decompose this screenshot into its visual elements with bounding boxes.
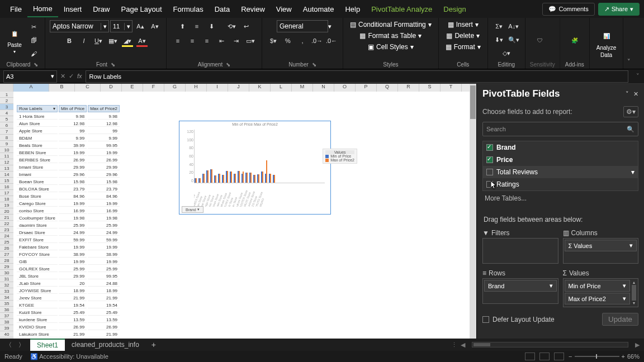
autosum-icon[interactable]: Σ▾ — [493, 20, 506, 32]
normal-view-icon[interactable] — [525, 353, 535, 360]
menu-help[interactable]: Help — [339, 2, 366, 17]
menu-view[interactable]: View — [271, 2, 297, 17]
rows-brand-pill[interactable]: Brand▾ — [484, 280, 557, 292]
underline-button[interactable]: U▾ — [92, 35, 105, 47]
next-sheet-icon[interactable]: 〉 — [18, 341, 25, 349]
insert-cells-button[interactable]: ▦Insert▾ — [446, 20, 481, 29]
filters-area[interactable]: ▼Filters — [482, 228, 558, 264]
chevron-down-icon[interactable]: ˅ — [626, 90, 629, 98]
border-button[interactable]: ▦▾ — [106, 35, 120, 47]
prev-sheet-icon[interactable]: 〈 — [6, 341, 12, 349]
columns-sigma-values-pill[interactable]: Σ Values▾ — [565, 240, 637, 251]
menu-draw[interactable]: Draw — [87, 2, 115, 17]
columns-area[interactable]: ▥Columns Σ Values▾ — [563, 228, 639, 264]
increase-decimal-icon[interactable]: .0→ — [310, 35, 324, 47]
sort-filter-icon[interactable]: A↓▾ — [507, 20, 520, 32]
align-right-icon[interactable]: ≡ — [200, 35, 214, 47]
gear-icon[interactable]: ⚙▾ — [623, 106, 638, 117]
font-name-select[interactable]: Aptos Narrow▾ — [50, 20, 109, 32]
values-min-price-pill[interactable]: Min of Price▾ — [565, 280, 631, 292]
menu-data[interactable]: Data — [209, 2, 235, 17]
font-dialog-icon[interactable]: ⬊ — [111, 61, 115, 68]
horizontal-scrollbar[interactable] — [472, 342, 628, 347]
rows-area[interactable]: ≡Rows Brand▾ — [482, 268, 558, 307]
currency-icon[interactable]: $▾ — [267, 35, 280, 47]
collapse-ribbon-icon[interactable]: ˅ — [623, 18, 634, 69]
expand-formula-icon[interactable]: ˅ — [632, 73, 644, 80]
field-checkbox[interactable] — [486, 156, 493, 163]
vertical-scrollbar[interactable] — [470, 84, 476, 339]
italic-button[interactable]: I — [77, 35, 91, 47]
sheet-tab-cleaned[interactable]: cleaned_products_info — [65, 339, 146, 350]
clipboard-dialog-icon[interactable]: ⬊ — [34, 61, 38, 68]
format-painter-icon[interactable]: 🖌 — [27, 47, 40, 60]
find-icon[interactable]: 🔍▾ — [507, 34, 520, 46]
delete-cells-button[interactable]: ▦Delete▾ — [444, 31, 482, 40]
close-icon[interactable]: ✕ — [633, 90, 638, 98]
orientation-icon[interactable]: ⟲▾ — [225, 20, 238, 32]
zoom-level[interactable]: 66% — [627, 353, 640, 360]
defer-checkbox[interactable] — [482, 316, 489, 323]
values-area[interactable]: ΣValues Min of Price▾ Max of Price2▾ ▴▾ — [563, 268, 639, 307]
format-as-table-button[interactable]: ▦Format as Table▾ — [357, 31, 424, 40]
menu-file[interactable]: File — [4, 2, 27, 17]
fx-icon[interactable]: fx — [77, 73, 82, 80]
values-max-price-pill[interactable]: Max of Price2▾ — [565, 293, 631, 304]
menu-review[interactable]: Review — [235, 2, 271, 17]
field-ratings[interactable]: Ratings — [483, 178, 638, 190]
cell-styles-button[interactable]: ▣Cell Styles▾ — [366, 42, 416, 51]
fill-icon[interactable]: ⬇▾ — [493, 34, 506, 46]
menu-automate[interactable]: Automate — [297, 2, 340, 17]
fill-color-button[interactable]: ◢▾ — [121, 35, 134, 47]
menu-formulas[interactable]: Formulas — [168, 2, 209, 17]
increase-indent-icon[interactable]: ⇥ — [229, 35, 243, 47]
more-tables-link[interactable]: More Tables... — [477, 191, 644, 206]
cancel-icon[interactable]: ✕ — [60, 73, 65, 80]
field-price[interactable]: Price — [483, 154, 638, 166]
tab-split-icon[interactable]: ⋮ — [451, 341, 457, 349]
chevron-down-icon[interactable]: ▾ — [631, 168, 634, 176]
field-total-reviews[interactable]: Total Reviews▾ — [483, 166, 638, 178]
paste-button[interactable]: 📋 Paste ▾ — [4, 25, 25, 55]
add-sheet-button[interactable]: + — [146, 340, 162, 349]
cut-icon[interactable]: ✂ — [27, 21, 40, 33]
menu-design[interactable]: Design — [438, 2, 471, 17]
number-dialog-icon[interactable]: ⬊ — [312, 61, 316, 68]
field-brand[interactable]: Brand — [483, 141, 638, 154]
decrease-decimal-icon[interactable]: .0← — [325, 35, 338, 47]
clear-icon[interactable]: ◇▾ — [500, 47, 513, 59]
percent-icon[interactable]: % — [281, 35, 295, 47]
accessibility-status[interactable]: ♿ Accessibility: Unavailable — [30, 353, 108, 360]
row-labels-header[interactable]: Row Labels ▾ — [17, 105, 58, 112]
zoom-out-icon[interactable]: − — [569, 353, 572, 360]
font-size-select[interactable]: 11▾ — [110, 20, 132, 32]
field-checkbox[interactable] — [486, 169, 493, 175]
page-layout-view-icon[interactable] — [539, 353, 550, 360]
font-color-button[interactable]: A▾ — [135, 35, 149, 47]
values-scrollbar[interactable]: ▴▾ — [631, 280, 637, 306]
field-checkbox[interactable] — [486, 181, 493, 188]
bold-button[interactable]: B — [63, 35, 76, 47]
conditional-formatting-button[interactable]: ▤Conditional Formatting▾ — [348, 20, 434, 29]
confirm-icon[interactable]: ✓ — [69, 73, 74, 80]
copy-icon[interactable]: 🗐 — [27, 34, 40, 46]
worksheet-grid[interactable]: ABCDEFGHIJKLMNOPQRST 1234567891011121314… — [0, 84, 476, 339]
update-button[interactable]: Update — [602, 313, 638, 326]
wrap-text-icon[interactable]: ↩ — [239, 20, 253, 32]
field-checkbox[interactable] — [486, 144, 493, 151]
zoom-slider[interactable] — [575, 356, 619, 357]
comma-icon[interactable]: , — [296, 35, 309, 47]
align-top-icon[interactable]: ⬆ — [176, 20, 189, 32]
scroll-right-icon[interactable]: ▶ — [635, 341, 640, 349]
comments-button[interactable]: 💬Comments — [542, 3, 594, 16]
alignment-dialog-icon[interactable]: ⬊ — [226, 61, 230, 68]
align-center-icon[interactable]: ≡ — [186, 35, 199, 47]
pivot-table[interactable]: Row Labels ▾ Min of Price Max of Price2 … — [16, 104, 121, 339]
formula-bar[interactable]: Row Labels — [86, 70, 628, 83]
align-middle-icon[interactable]: ≡ — [190, 20, 203, 32]
menu-pivottable-analyze[interactable]: PivotTable Analyze — [366, 2, 438, 17]
zoom-in-icon[interactable]: + — [622, 353, 625, 360]
menu-insert[interactable]: Insert — [58, 2, 88, 17]
number-format-select[interactable]: General▾ — [277, 20, 328, 32]
align-left-icon[interactable]: ≡ — [171, 35, 184, 47]
